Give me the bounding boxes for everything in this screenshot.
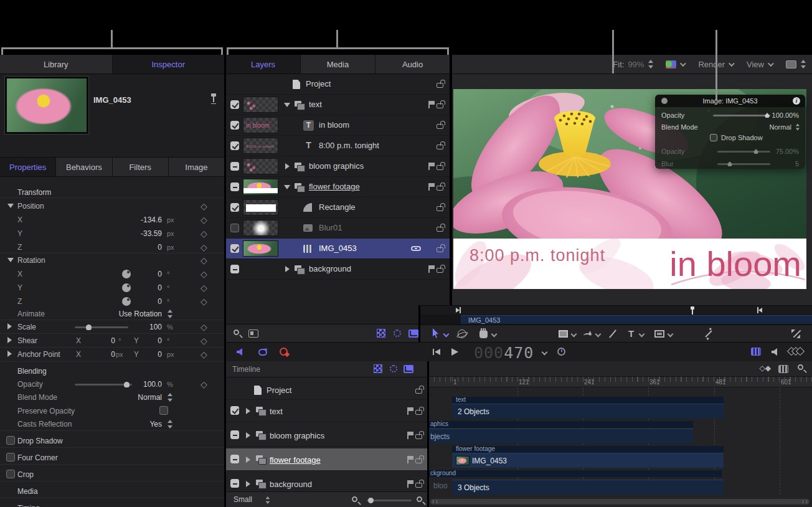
hud-opacity-slider[interactable] [713,115,770,116]
layer-row-text[interactable]: text [226,95,450,115]
layer-row-bloom-graphics[interactable]: bloom graphics [226,156,450,177]
disclosure-triangle[interactable] [284,185,290,189]
tab-library[interactable]: Library [0,55,113,73]
timing-section-row[interactable]: Timing [0,501,219,507]
disclosure-triangle[interactable] [7,204,14,208]
disclosure-triangle[interactable] [285,266,290,272]
drop-shadow-row[interactable]: Drop Shadow [0,434,219,448]
render-menu[interactable]: Render [698,60,725,69]
select-tool-icon[interactable] [432,328,440,338]
preserve-opacity-row[interactable]: Preserve Opacity [0,404,219,418]
rotation-dial[interactable] [122,283,131,292]
mini-timeline-clip[interactable]: IMG_0453 [420,315,812,325]
track-label-flower-footage[interactable]: flower footage [452,446,724,453]
disclosure-triangle[interactable] [7,258,14,262]
hud-opacity-row[interactable]: Opacity 100.00% [655,110,805,121]
keyframe-icon[interactable]: ◇ [201,229,207,238]
keyframe-icon[interactable]: ◇ [201,350,207,359]
activation-checkbox[interactable] [230,203,239,212]
hud-titlebar[interactable]: Image: IMG_0453 i [655,95,805,107]
position-x-value[interactable]: -134.6 [141,216,162,224]
chevron-down-icon[interactable] [668,331,674,338]
lock-icon[interactable] [415,389,422,394]
lock-icon[interactable] [415,410,422,415]
hud-blend-mode-popup[interactable]: Normal [770,123,791,131]
show-audio-icon[interactable] [772,348,777,356]
stepper-icon[interactable] [167,310,172,318]
stepper-icon[interactable] [167,420,172,429]
rotation-x-value[interactable]: 0 [158,270,162,278]
scale-value[interactable]: 100 [149,323,162,331]
lock-icon[interactable] [437,268,443,273]
go-to-start-icon[interactable] [433,348,440,356]
rectangle-tool-icon[interactable] [559,330,568,338]
disclosure-triangle[interactable] [285,163,290,169]
text-tool-icon[interactable]: T [628,328,634,339]
activation-checkbox[interactable] [230,430,239,439]
disclosure-triangle[interactable] [7,351,12,357]
four-corner-checkbox[interactable] [6,453,15,462]
keyframe-icon[interactable]: ◇ [201,380,207,389]
lock-icon[interactable] [437,83,443,88]
timeline-ruler[interactable]: 1 121 241 361 481 601 [429,377,812,387]
chevron-down-icon[interactable] [542,349,548,356]
stepper-icon[interactable] [800,60,806,69]
scale-row[interactable]: Scale 100 % ◇ [0,320,219,334]
in-point-marker[interactable] [460,307,461,313]
preserve-opacity-checkbox[interactable] [159,406,168,415]
chevron-down-icon[interactable] [680,60,686,67]
layer-row-rectangle[interactable]: Rectangle [226,197,450,218]
tab-behaviors[interactable]: Behaviors [56,158,112,176]
stepper-icon[interactable] [795,123,800,130]
track-label-background[interactable]: ckground [429,470,722,477]
disclosure-triangle[interactable] [246,481,250,487]
lock-icon[interactable] [437,206,443,211]
lock-icon[interactable] [415,434,422,439]
layer-row-project[interactable]: Project [226,74,450,95]
flag-icon[interactable] [407,480,408,488]
activation-checkbox[interactable] [230,265,239,273]
flag-icon[interactable] [428,101,430,108]
timeline-row-bloom-graphics[interactable]: bloom graphics [226,424,427,447]
loop-icon[interactable] [258,349,267,356]
shear-row[interactable]: Shear X 0 ° Y 0 ° ◇ [0,334,219,348]
blend-mode-popup[interactable]: Normal [138,393,162,402]
layer-row-background[interactable]: background [226,259,450,280]
orbit-tool-icon[interactable] [458,329,466,338]
lock-icon[interactable] [437,165,443,170]
animate-popup[interactable]: Use Rotation [119,310,162,318]
track-bar-bloom-graphics[interactable]: bjects [429,429,693,443]
lock-icon[interactable] [437,145,443,149]
crop-row[interactable]: Crop [0,468,219,481]
shape-tool-icon[interactable] [654,330,664,338]
mini-timeline[interactable] [420,305,812,315]
keyframes-toggle-icon[interactable]: ◇◆ [760,364,771,372]
timer-icon[interactable] [557,348,565,356]
pen-tool-icon[interactable] [583,329,592,338]
timeline-horizontal-scrollbar[interactable] [430,499,810,505]
blend-mode-row[interactable]: Blend Mode Normal [0,391,219,404]
keyframe-icon[interactable]: ◇ [201,323,207,331]
disclosure-triangle[interactable] [284,103,290,107]
layers-stack-icon[interactable] [408,329,418,338]
track-display-icon[interactable] [778,365,788,373]
show-video-icon[interactable] [751,348,761,356]
flag-icon[interactable] [407,432,408,439]
link-icon[interactable] [411,246,421,251]
flag-icon[interactable] [428,183,430,191]
tab-properties[interactable]: Properties [0,158,56,176]
layers-stack-icon[interactable] [404,365,413,373]
hud-drop-shadow-row[interactable]: Drop Shadow [655,133,805,144]
flag-icon[interactable] [407,456,408,463]
keyframe-icon[interactable]: ◇ [201,243,207,252]
drop-shadow-checkbox[interactable] [6,436,15,445]
opacity-slider[interactable] [75,384,132,386]
info-icon[interactable]: i [793,97,800,105]
keyframe-icon[interactable]: ◇ [201,216,207,224]
tab-image[interactable]: Image [169,158,224,176]
view-menu[interactable]: View [747,60,764,69]
anchor-y-value[interactable]: 0 [158,350,162,359]
track-size-popup[interactable]: Small [234,495,252,504]
opacity-value[interactable]: 100.0 [143,380,162,389]
fullscreen-icon[interactable] [791,329,800,338]
